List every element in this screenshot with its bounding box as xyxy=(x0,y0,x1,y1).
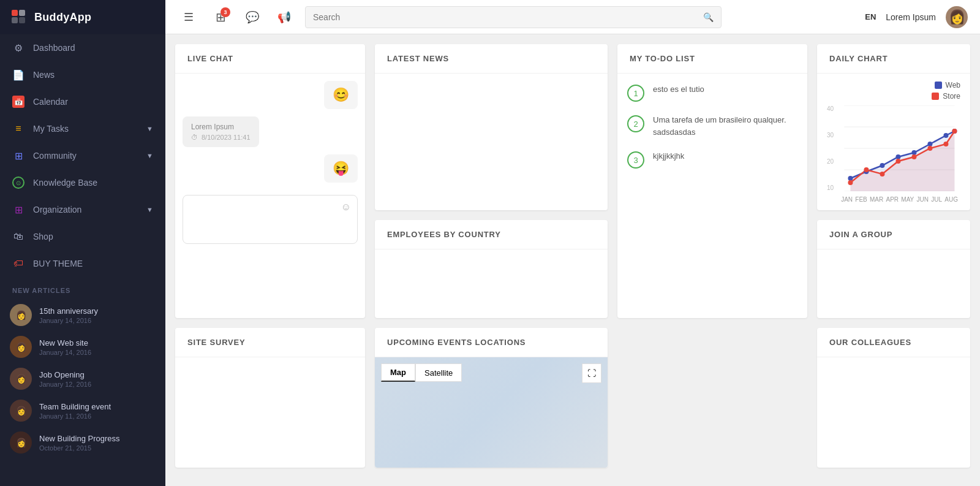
legend-dot-store xyxy=(932,93,939,100)
chat-input-area[interactable]: ☺ xyxy=(183,195,358,244)
employees-title: EMPLOYEES BY COUNTRY xyxy=(375,220,608,249)
chat-emoji-sent: 😊 xyxy=(333,87,349,103)
upcoming-events-card: UPCOMING EVENTS LOCATIONS Map Satellite … xyxy=(375,328,608,468)
site-survey-body xyxy=(175,357,365,394)
map-button-map[interactable]: Map xyxy=(381,363,415,382)
language-selector[interactable]: EN xyxy=(865,12,876,21)
list-item[interactable]: 👩 15th anniversary January 14, 2016 xyxy=(0,299,165,331)
chat-time-row: ⏱ 8/10/2023 11:41 xyxy=(191,134,251,141)
tasks-icon: ≡ xyxy=(12,123,24,135)
article-info: Team Building event January 11, 2016 xyxy=(39,402,111,420)
avatar: 👩 xyxy=(10,336,32,358)
daily-chart-title: DAILY CHART xyxy=(817,44,970,74)
x-label-jan: JAN xyxy=(841,196,853,203)
search-input[interactable] xyxy=(313,12,698,22)
article-title: New Building Progress xyxy=(39,434,120,443)
user-avatar[interactable]: 👩 xyxy=(946,6,968,28)
sidebar-item-label: Dashboard xyxy=(33,43,75,53)
sidebar-item-shop[interactable]: 🛍 Shop xyxy=(0,223,165,250)
chart-content: Web Store 40 30 20 10 xyxy=(817,74,970,210)
main-nav: ⚙ Dashboard 📄 News 📅 Calendar ≡ My Tasks… xyxy=(0,34,165,277)
x-label-mar: MAR xyxy=(870,196,883,203)
sidebar-item-buy-theme[interactable]: 🏷 BUY THEME xyxy=(0,250,165,277)
article-info: Job Opening January 12, 2016 xyxy=(39,370,91,388)
article-date: January 12, 2016 xyxy=(39,381,91,388)
y-axis: 40 30 20 10 xyxy=(827,105,836,191)
sidebar-item-dashboard[interactable]: ⚙ Dashboard xyxy=(0,34,165,61)
map-button-satellite[interactable]: Satellite xyxy=(415,363,462,382)
list-item[interactable]: 👩 New Building Progress October 21, 2015 xyxy=(0,427,165,458)
our-colleagues-body xyxy=(817,357,970,394)
svg-point-25 xyxy=(944,142,949,146)
todo-number-1: 1 xyxy=(627,85,644,102)
svg-point-16 xyxy=(928,142,933,146)
map-fullscreen-button[interactable]: ⛶ xyxy=(582,363,601,383)
svg-point-23 xyxy=(912,154,917,159)
x-label-jun: JUN xyxy=(917,196,929,203)
chat-button[interactable]: 💬 xyxy=(241,6,263,28)
svg-point-21 xyxy=(880,172,885,177)
svg-point-20 xyxy=(864,167,869,172)
employees-card: EMPLOYEES BY COUNTRY xyxy=(375,220,608,318)
list-item[interactable]: 👩 Job Opening January 12, 2016 xyxy=(0,363,165,395)
join-group-card: JOIN A GROUP xyxy=(817,220,970,318)
chevron-down-icon: ▼ xyxy=(146,152,153,159)
y-label-10: 10 xyxy=(827,184,834,191)
sidebar-item-news[interactable]: 📄 News xyxy=(0,61,165,88)
announcement-button[interactable]: 📢 xyxy=(273,6,295,28)
todo-title: MY TO-DO LIST xyxy=(617,44,807,74)
chat-input[interactable] xyxy=(189,202,351,237)
svg-rect-2 xyxy=(12,17,18,23)
shop-icon: 🛍 xyxy=(12,230,24,243)
sidebar-item-organization[interactable]: ⊞ Organization ▼ xyxy=(0,196,165,223)
svg-point-17 xyxy=(944,133,949,138)
article-date: October 21, 2015 xyxy=(39,444,120,452)
sidebar-item-label: My Tasks xyxy=(33,124,69,134)
avatar-face: 👩 xyxy=(949,9,965,25)
x-label-aug: AUG xyxy=(944,196,958,203)
announcement-icon: 📢 xyxy=(277,10,291,24)
menu-icon: ☰ xyxy=(184,10,194,24)
sidebar-item-knowledge-base[interactable]: ⊙ Knowledge Base xyxy=(0,169,165,196)
chat-content: 😊 Lorem Ipsum ⏱ 8/10/2023 11:41 😝 xyxy=(175,74,365,190)
svg-rect-0 xyxy=(12,10,18,16)
legend-dot-web xyxy=(935,82,942,89)
organization-icon: ⊞ xyxy=(12,203,24,216)
article-date: January 14, 2016 xyxy=(39,317,98,324)
sidebar-item-label: Shop xyxy=(33,232,53,241)
article-info: 15th anniversary January 14, 2016 xyxy=(39,306,98,324)
svg-point-19 xyxy=(848,180,853,185)
svg-point-14 xyxy=(896,154,901,159)
chat-bubble-received: Lorem Ipsum ⏱ 8/10/2023 11:41 xyxy=(183,116,259,147)
menu-button[interactable]: ☰ xyxy=(178,6,200,28)
sidebar-item-my-tasks[interactable]: ≡ My Tasks ▼ xyxy=(0,115,165,142)
notification-badge: 3 xyxy=(221,7,230,17)
live-chat-card: LIVE CHAT 😊 Lorem Ipsum ⏱ 8/10/2023 11:4… xyxy=(175,44,365,318)
chevron-down-icon: ▼ xyxy=(146,206,153,213)
our-colleagues-card: OUR COLLEAGUES xyxy=(817,328,970,468)
list-item[interactable]: 👩 New Web site January 14, 2016 xyxy=(0,331,165,363)
chart-svg-container: JAN FEB MAR APR MAY JUN JUL AUG xyxy=(839,105,960,203)
grid-button[interactable]: ⊞ 3 xyxy=(209,6,232,28)
svg-point-24 xyxy=(928,146,933,151)
article-title: Job Opening xyxy=(39,370,91,379)
emoji-picker-button[interactable]: ☺ xyxy=(341,202,351,213)
list-item[interactable]: 👩 Team Building event January 11, 2016 xyxy=(0,395,165,427)
user-name: Lorem Ipsum xyxy=(886,12,936,22)
chat-bubble-sent: 😊 xyxy=(324,81,358,109)
article-info: New Web site January 14, 2016 xyxy=(39,338,91,356)
article-info: New Building Progress October 21, 2015 xyxy=(39,434,120,452)
latest-news-title: LATEST NEWS xyxy=(375,44,608,74)
search-bar[interactable]: 🔍 xyxy=(305,6,722,28)
join-group-title: JOIN A GROUP xyxy=(817,220,970,249)
article-title: New Web site xyxy=(39,338,91,347)
fullscreen-icon: ⛶ xyxy=(587,368,596,378)
join-group-body xyxy=(817,249,970,298)
sidebar-item-community[interactable]: ⊞ Community ▼ xyxy=(0,142,165,169)
todo-number-2: 2 xyxy=(627,115,644,132)
sidebar-item-calendar[interactable]: 📅 Calendar xyxy=(0,88,165,115)
chat-message-time: 8/10/2023 11:41 xyxy=(202,134,251,141)
y-label-30: 30 xyxy=(827,132,834,139)
svg-point-22 xyxy=(896,159,901,164)
app-logo[interactable]: BuddyApp xyxy=(0,0,165,34)
